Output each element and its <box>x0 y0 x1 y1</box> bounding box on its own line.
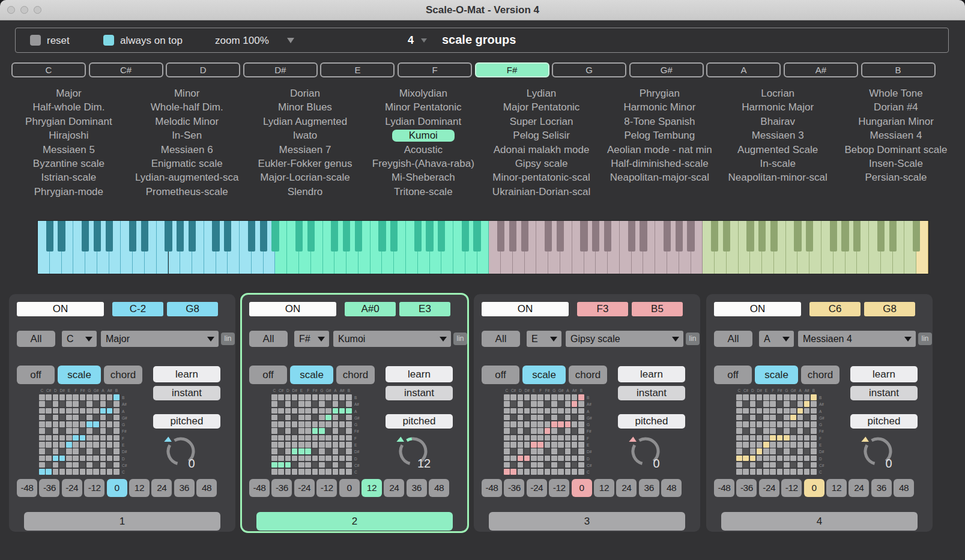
piano-key-black[interactable] <box>129 221 136 251</box>
on-button[interactable]: ON <box>249 302 336 316</box>
range-high-button[interactable]: G8 <box>864 302 915 316</box>
piano-key-black[interactable] <box>580 221 587 251</box>
off-mode-button[interactable]: off <box>714 366 752 384</box>
piano-key-black[interactable] <box>141 221 148 251</box>
transpose-button-0[interactable]: 0 <box>804 479 824 497</box>
chord-mode-button[interactable]: chord <box>801 366 839 384</box>
transpose-button-24[interactable]: 24 <box>151 479 172 497</box>
always-on-top-checkbox[interactable] <box>103 35 114 46</box>
scale-list-item[interactable]: Lydian-augmented-sca <box>128 170 246 184</box>
note-button-C[interactable]: C <box>11 62 86 77</box>
transpose-button-48[interactable]: 48 <box>894 479 914 497</box>
lin-button[interactable]: lin <box>918 333 932 345</box>
all-button[interactable]: All <box>17 331 55 347</box>
scale-list-item[interactable]: Harmonic Minor <box>600 100 719 114</box>
scale-list-item[interactable]: Prometheus-scale <box>128 185 246 199</box>
scale-list-item[interactable]: 8-Tone Spanish <box>600 115 719 128</box>
scale-list-item[interactable]: Lydian <box>482 86 600 100</box>
piano-key-black[interactable] <box>497 221 504 251</box>
scale-mode-button[interactable]: scale <box>755 366 798 384</box>
transpose-button-12[interactable]: 12 <box>361 479 382 497</box>
scale-list-item[interactable]: Minor <box>128 86 246 100</box>
lin-button[interactable]: lin <box>453 333 467 345</box>
lin-button[interactable]: lin <box>221 333 235 345</box>
scale-list-item[interactable]: Melodic Minor <box>128 115 246 128</box>
transpose-button--12[interactable]: -12 <box>316 479 337 497</box>
scale-list-item[interactable]: Bebop Dominant scale <box>837 143 955 157</box>
transpose-button-36[interactable]: 36 <box>407 479 427 497</box>
scale-list-item[interactable]: Minor Pentatonic <box>364 100 482 114</box>
scale-list-item[interactable]: Lydian Augmented <box>246 115 365 128</box>
piano-keyboard[interactable] <box>37 220 929 274</box>
rotation-dial[interactable]: 0 <box>160 430 205 475</box>
scale-list-item[interactable]: Persian-scale <box>837 170 955 184</box>
all-button[interactable]: All <box>482 331 520 347</box>
piano-key-black[interactable] <box>248 221 255 251</box>
piano-key-black[interactable] <box>82 221 89 251</box>
panel-footer-button[interactable]: 2 <box>256 512 453 531</box>
off-mode-button[interactable]: off <box>17 366 55 384</box>
root-note-select[interactable]: F# <box>294 331 329 347</box>
on-button[interactable]: ON <box>482 302 569 316</box>
transpose-button-0[interactable]: 0 <box>339 479 360 497</box>
scale-list-item[interactable]: Aeolian mode - nat min <box>600 143 719 157</box>
transpose-button-0[interactable]: 0 <box>107 479 127 497</box>
note-button-F-sharp[interactable]: F# <box>475 62 549 77</box>
piano-key-black[interactable] <box>378 221 386 251</box>
scale-list-item[interactable]: Phrygian Dominant <box>10 115 128 128</box>
note-button-D[interactable]: D <box>166 62 240 77</box>
transpose-button-24[interactable]: 24 <box>849 479 869 497</box>
note-button-D-sharp[interactable]: D# <box>243 62 318 77</box>
scale-select[interactable]: Gipsy scale <box>566 331 683 347</box>
piano-key-black[interactable] <box>355 221 362 251</box>
piano-key-black[interactable] <box>664 221 671 251</box>
all-button[interactable]: All <box>714 331 752 347</box>
scale-list-item[interactable]: Major-Locrian-scale <box>246 170 365 184</box>
off-mode-button[interactable]: off <box>482 366 519 384</box>
scale-list-item[interactable]: Hungarian Minor <box>837 115 955 128</box>
piano-key-black[interactable] <box>260 221 267 251</box>
scale-list-item[interactable]: Messiaen 5 <box>10 143 128 157</box>
scale-group-count[interactable]: 4 <box>408 34 414 47</box>
transpose-button-0[interactable]: 0 <box>572 479 592 497</box>
piano-key-black[interactable] <box>212 221 219 251</box>
panel-footer-button[interactable]: 3 <box>489 512 685 531</box>
scale-list-item[interactable]: Minor Blues <box>246 100 365 114</box>
transpose-button--12[interactable]: -12 <box>781 479 802 497</box>
piano-key-black[interactable] <box>676 221 683 251</box>
range-low-button[interactable]: C6 <box>809 302 861 316</box>
scale-list-item[interactable]: Neapolitan-major-scal <box>600 170 719 184</box>
scale-list-item[interactable]: Hirajoshi <box>10 128 128 142</box>
scale-list-item[interactable]: Major Pentatonic <box>482 100 600 114</box>
piano-key-black[interactable] <box>343 221 350 251</box>
scale-list-item[interactable]: Major <box>10 86 128 100</box>
piano-key-black[interactable] <box>521 221 528 251</box>
piano-key-black[interactable] <box>830 221 837 251</box>
range-low-button[interactable]: A#0 <box>345 302 396 316</box>
instant-button[interactable]: instant <box>386 386 453 400</box>
pitched-button[interactable]: pitched <box>153 414 220 429</box>
zoom-dropdown-arrow-icon[interactable] <box>287 38 294 43</box>
scale-list-item[interactable]: Adonai malakh mode <box>482 143 600 157</box>
scale-list-item[interactable]: Whole Tone <box>837 86 955 100</box>
scale-list-item[interactable]: Minor-pentatonic-scal <box>482 170 600 184</box>
chord-mode-button[interactable]: chord <box>336 366 375 384</box>
piano-key-black[interactable] <box>189 221 196 251</box>
range-high-button[interactable]: E3 <box>399 302 450 316</box>
scale-list-item[interactable]: Messiaen 4 <box>837 128 955 142</box>
transpose-button--48[interactable]: -48 <box>714 479 734 497</box>
piano-key-black[interactable] <box>794 221 801 251</box>
transpose-button-36[interactable]: 36 <box>639 479 659 497</box>
scale-list-item[interactable]: Gipsy scale <box>482 157 600 170</box>
on-button[interactable]: ON <box>714 302 801 316</box>
piano-key-black[interactable] <box>106 221 113 251</box>
scale-list-item[interactable]: Ukrainian-Dorian-scal <box>482 185 600 199</box>
panel-footer-button[interactable]: 4 <box>721 512 918 531</box>
note-button-E[interactable]: E <box>320 62 395 77</box>
note-button-G-sharp[interactable]: G# <box>629 62 704 77</box>
scale-list-item[interactable]: Harmonic Major <box>719 100 837 114</box>
scale-list-item[interactable]: Phrygian <box>600 86 719 100</box>
piano-key-black[interactable] <box>224 221 231 251</box>
chord-mode-button[interactable]: chord <box>104 366 142 384</box>
transpose-button--24[interactable]: -24 <box>294 479 315 497</box>
